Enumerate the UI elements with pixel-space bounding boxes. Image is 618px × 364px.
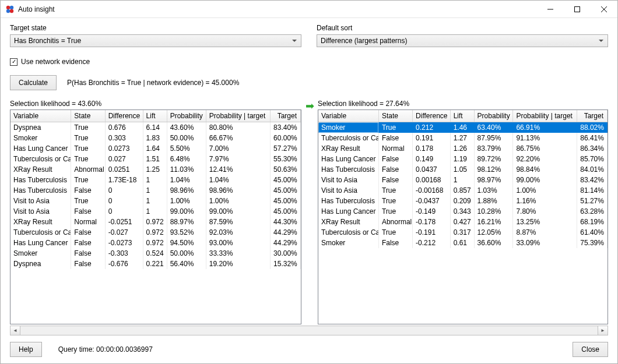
table-row[interactable]: Has TuberculosisFalse0.04371.0598.12%98.… [318, 164, 608, 175]
table-cell: 1.00% [513, 185, 577, 196]
maximize-button[interactable] [564, 1, 591, 17]
arrow-right-icon: ➡ [306, 100, 314, 112]
right-table[interactable]: VariableStateDifferenceLiftProbabilityPr… [318, 109, 608, 324]
table-row[interactable]: SmokerTrue0.3031.8350.00%66.67%60.00% [10, 133, 301, 143]
column-header[interactable]: Target [577, 110, 608, 122]
table-row[interactable]: Visit to AsiaTrue-0.001680.8571.03%1.00%… [318, 185, 608, 196]
table-cell: 98.97% [474, 175, 513, 185]
table-row[interactable]: XRay ResultNormal-0.02510.97288.97%87.59… [10, 217, 301, 227]
table-cell: True [378, 227, 412, 238]
table-cell: 98.84% [513, 164, 577, 175]
table-cell: 56.40% [167, 259, 206, 269]
column-header[interactable]: Lift [143, 110, 167, 122]
table-row[interactable]: SmokerTrue0.2121.4663.40%66.91%88.02% [318, 122, 608, 133]
table-cell: 50.63% [271, 164, 301, 175]
table-cell: 63.28% [577, 206, 608, 217]
table-row[interactable]: Visit to AsiaFalse0.00168198.97%99.00%83… [318, 175, 608, 185]
scroll-right-button[interactable]: ► [598, 326, 608, 335]
close-button[interactable]: Close [573, 342, 608, 357]
calculate-button[interactable]: Calculate [10, 75, 57, 90]
table-cell: 0.343 [450, 206, 474, 217]
table-cell: Smoker [10, 248, 71, 259]
table-row[interactable]: Has TuberculosisTrue-0.04370.2091.88%1.1… [318, 196, 608, 206]
table-row[interactable]: XRay ResultNormal0.1781.2683.79%86.75%86… [318, 143, 608, 154]
table-cell: 0.0251 [105, 164, 143, 175]
horizontal-scrollbar[interactable]: ◄ ► [10, 326, 608, 335]
table-cell: 86.41% [577, 133, 608, 143]
table-cell: -0.191 [413, 227, 451, 238]
table-cell: 0.209 [450, 196, 474, 206]
table-cell: 0.0273 [105, 143, 143, 154]
right-selection-likelihood: Selection likelihood = 27.64% [318, 100, 608, 108]
use-network-evidence-checkbox[interactable]: ✓ [10, 58, 17, 66]
app-icon [5, 5, 15, 14]
table-row[interactable]: Has TuberculosisFalse0198.96%98.96%45.00… [10, 185, 301, 196]
table-cell: -0.303 [105, 248, 143, 259]
table-row[interactable]: SmokerFalse-0.2120.6136.60%33.09%75.39% [318, 238, 608, 248]
table-cell: 91.13% [513, 133, 577, 143]
titlebar: Auto insight [1, 1, 617, 18]
table-row[interactable]: DyspneaTrue0.6766.1443.60%80.80%83.40% [10, 122, 301, 133]
table-row[interactable]: Has Lung CancerFalse0.1491.1989.72%92.20… [318, 154, 608, 164]
table-cell: 99.00% [206, 206, 270, 217]
column-header[interactable]: State [71, 110, 105, 122]
table-row[interactable]: SmokerFalse-0.3030.52450.00%33.33%30.00% [10, 248, 301, 259]
table-row[interactable]: XRay ResultAbnormal-0.1780.42716.21%13.2… [318, 217, 608, 227]
table-cell: 93.00% [206, 238, 270, 248]
table-cell: 51.27% [577, 196, 608, 206]
table-cell: 44.29% [271, 238, 301, 248]
table-cell: 0.524 [143, 248, 167, 259]
table-row[interactable]: Visit to AsiaTrue011.00%1.00%45.00% [10, 196, 301, 206]
table-cell: XRay Result [10, 217, 71, 227]
table-cell: Visit to Asia [318, 175, 378, 185]
table-cell: 13.25% [513, 217, 577, 227]
scroll-left-button[interactable]: ◄ [10, 326, 20, 335]
default-sort-select[interactable]: Difference (largest patterns) [317, 34, 608, 47]
column-header[interactable]: Probability | target [206, 110, 270, 122]
column-header[interactable]: Probability [167, 110, 206, 122]
table-row[interactable]: Tuberculosis or CarTrue0.0271.516.48%7.9… [10, 154, 301, 164]
table-row[interactable]: Has Lung CancerTrue0.02731.645.50%7.00%5… [10, 143, 301, 154]
target-state-select[interactable]: Has Bronchitis = True [10, 34, 301, 47]
help-button[interactable]: Help [10, 342, 42, 357]
table-cell: 88.02% [577, 122, 608, 133]
table-row[interactable]: Tuberculosis or CarTrue-0.1910.31712.05%… [318, 227, 608, 238]
table-row[interactable]: Visit to AsiaFalse0199.00%99.00%45.00% [10, 206, 301, 217]
table-cell: Abnormal [71, 164, 105, 175]
table-row[interactable]: XRay ResultAbnormal0.02511.2511.03%12.41… [10, 164, 301, 175]
table-cell: 68.19% [577, 217, 608, 227]
arrow-column: ➡ [301, 100, 318, 324]
table-cell: Visit to Asia [10, 206, 71, 217]
table-row[interactable]: Has Lung CancerFalse-0.02730.97294.50%93… [10, 238, 301, 248]
column-header[interactable]: Probability | target [513, 110, 577, 122]
column-header[interactable]: Lift [450, 110, 474, 122]
table-row[interactable]: Has TuberculosisTrue1.73E-1811.04%1.04%4… [10, 175, 301, 185]
column-header[interactable]: State [378, 110, 412, 122]
table-row[interactable]: Has Lung CancerTrue-0.1490.34310.28%7.80… [318, 206, 608, 217]
column-header[interactable]: Difference [413, 110, 451, 122]
table-cell: 99.00% [167, 206, 206, 217]
table-row[interactable]: Tuberculosis or CarFalse0.1911.2787.95%9… [318, 133, 608, 143]
close-window-button[interactable] [591, 1, 617, 17]
left-table[interactable]: VariableStateDifferenceLiftProbabilityPr… [10, 109, 301, 324]
table-cell: 87.59% [206, 217, 270, 227]
table-cell: 1.46 [450, 122, 474, 133]
minimize-button[interactable] [537, 1, 564, 17]
table-cell: True [378, 206, 412, 217]
table-row[interactable]: Tuberculosis or CarFalse-0.0270.97293.52… [10, 227, 301, 238]
table-cell: 92.20% [513, 154, 577, 164]
table-cell: Tuberculosis or Car [318, 227, 378, 238]
table-cell: XRay Result [318, 143, 378, 154]
column-header[interactable]: Variable [10, 110, 71, 122]
table-cell: 0.149 [413, 154, 451, 164]
table-row[interactable]: DyspneaFalse-0.6760.22156.40%19.20%15.32… [10, 259, 301, 269]
content-area: Target state Has Bronchitis = True Defau… [1, 18, 617, 335]
column-header[interactable]: Difference [105, 110, 143, 122]
column-header[interactable]: Variable [318, 110, 378, 122]
table-cell: 0.212 [413, 122, 451, 133]
column-header[interactable]: Probability [474, 110, 513, 122]
table-cell: 0.857 [450, 185, 474, 196]
table-cell: True [378, 122, 412, 133]
table-cell: 1.27 [450, 133, 474, 143]
column-header[interactable]: Target [271, 110, 301, 122]
